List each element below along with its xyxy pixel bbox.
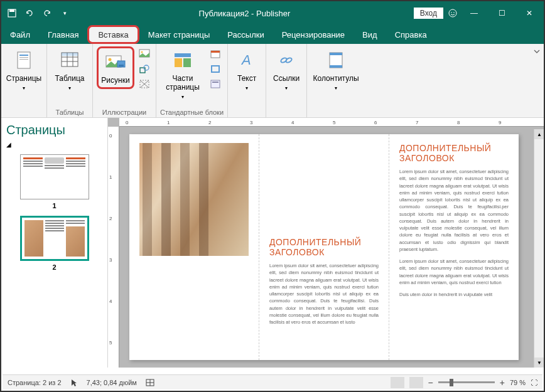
pages-panel: Страницы ◢ 1 2 — [1, 118, 108, 368]
ribbon-tabs: Файл Главная Вставка Макет страницы Расс… — [1, 25, 544, 44]
cursor-icon — [70, 378, 78, 387]
scroll-down-icon[interactable]: ▼ — [534, 358, 544, 368]
thumb-label-1: 1 — [6, 202, 102, 209]
body-3a: Lorem ipsum dolor sit amet, consectetuer… — [399, 168, 509, 253]
table-label: Таблица — [55, 74, 84, 83]
svg-point-4 — [453, 12, 455, 13]
text-icon: A — [235, 49, 258, 72]
blocks-small-buttons — [208, 46, 223, 92]
page-thumbnail-2[interactable]: 2 — [6, 216, 102, 271]
shapes-button[interactable] — [138, 62, 151, 76]
panel-collapse-icon[interactable]: ◢ — [6, 141, 102, 148]
ribbon-group-illustrations: Рисунки Иллюстрации — [93, 44, 156, 117]
canvas-area: 0 1 2 3 4 5 6 7 8 9 0 1 2 3 4 5 — [108, 118, 544, 368]
tab-help[interactable]: Справка — [386, 25, 436, 44]
table-icon — [58, 49, 81, 72]
body-3b: Lorem ipsum dolor sit amet, consectetuer… — [399, 258, 509, 286]
tab-view[interactable]: Вид — [353, 25, 386, 44]
page-column-3: ДОПОЛНИТЕЛЬНЫЙ ЗАГОЛОВОК Lorem ipsum dol… — [389, 134, 519, 360]
page-thumbnail-1[interactable]: 1 — [6, 154, 102, 209]
pages-button[interactable]: Страницы ▾ — [5, 46, 43, 93]
ads-button[interactable] — [208, 77, 222, 91]
quick-access-toolbar: ▾ — [1, 8, 75, 19]
group-label — [5, 115, 43, 116]
ribbon-collapse[interactable] — [530, 44, 544, 117]
page-parts-button[interactable]: Части страницы ▾ — [160, 46, 205, 102]
tab-file[interactable]: Файл — [1, 25, 39, 44]
scroll-up-icon[interactable]: ▲ — [534, 129, 544, 139]
heading-3: ДОПОЛНИТЕЛЬНЫЙ ЗАГОЛОВОК — [399, 143, 509, 163]
vertical-ruler: 0 1 2 3 4 5 — [108, 127, 119, 368]
tab-mailings[interactable]: Рассылки — [219, 25, 272, 44]
page-info: Страница: 2 из 2 — [8, 379, 62, 386]
links-icon — [275, 49, 298, 72]
tab-review[interactable]: Рецензирование — [273, 25, 353, 44]
face-icon[interactable] — [447, 8, 458, 19]
minimize-button[interactable]: — — [462, 4, 486, 23]
svg-rect-6 — [19, 55, 28, 56]
headerfooter-button[interactable]: Колонтитулы ▾ — [311, 46, 361, 93]
maximize-button[interactable]: ☐ — [490, 4, 514, 23]
svg-rect-8 — [19, 59, 28, 60]
svg-rect-14 — [62, 53, 78, 56]
redo-icon[interactable] — [41, 8, 53, 19]
svg-text:A: A — [240, 52, 251, 68]
table-button[interactable]: Таблица ▾ — [51, 46, 89, 93]
links-button[interactable]: Ссылки ▾ — [270, 46, 303, 93]
page: ДОПОЛНИТЕЛЬНЫЙ ЗАГОЛОВОК Lorem ipsum dol… — [129, 134, 519, 360]
view-single-button[interactable] — [391, 377, 404, 388]
qat-customize-icon[interactable]: ▾ — [59, 8, 70, 19]
heading-2: ДОПОЛНИТЕЛЬНЫЙ ЗАГОЛОВОК — [269, 237, 379, 257]
borders-button[interactable] — [208, 62, 222, 76]
undo-icon[interactable] — [24, 8, 35, 19]
zoom-level[interactable]: 79 % — [510, 379, 526, 386]
save-icon[interactable] — [6, 8, 18, 19]
online-pictures-button[interactable] — [138, 47, 151, 61]
page-column-1 — [129, 134, 259, 360]
pages-icon — [13, 49, 35, 72]
links-label: Ссылки — [273, 74, 299, 83]
svg-point-3 — [451, 12, 452, 13]
tab-page-layout[interactable]: Макет страницы — [139, 25, 219, 44]
vertical-scrollbar[interactable]: ▲ ▼ — [534, 129, 544, 368]
group-label-links — [270, 115, 303, 116]
pictures-button[interactable]: Рисунки — [97, 46, 134, 89]
signin-button[interactable]: Вход — [414, 8, 443, 19]
close-button[interactable]: ✕ — [517, 4, 541, 23]
window-title: Публикация2 - Publisher — [75, 9, 414, 18]
calendar-button[interactable] — [208, 47, 222, 61]
ribbon-group-building-blocks: Части страницы ▾ Стандартные блоки — [156, 44, 228, 117]
svg-rect-33 — [212, 82, 219, 83]
group-label-tables: Таблицы — [51, 107, 89, 116]
zoom-slider[interactable] — [438, 381, 495, 383]
tab-home[interactable]: Главная — [39, 25, 87, 44]
zoom-fit-icon[interactable]: ⛶ — [531, 379, 537, 386]
svg-rect-18 — [119, 65, 124, 66]
svg-point-20 — [141, 51, 143, 53]
svg-rect-39 — [330, 65, 342, 68]
page-parts-label: Части страницы — [161, 74, 204, 92]
svg-rect-1 — [9, 9, 14, 12]
title-right-controls: Вход — ☐ ✕ — [414, 4, 544, 23]
document-canvas[interactable]: ДОПОЛНИТЕЛЬНЫЙ ЗАГОЛОВОК Lorem ipsum dol… — [119, 127, 544, 368]
ribbon-group-links: Ссылки ▾ — [266, 44, 307, 117]
svg-point-16 — [109, 58, 112, 61]
title-bar: ▾ Публикация2 - Publisher Вход — ☐ ✕ — [1, 1, 544, 25]
svg-rect-7 — [19, 57, 28, 58]
page-image — [139, 143, 249, 256]
zoom-out-button[interactable]: − — [428, 378, 433, 388]
svg-rect-38 — [330, 53, 342, 55]
tab-insert[interactable]: Вставка — [87, 25, 139, 44]
text-button[interactable]: A Текст ▾ — [232, 46, 262, 93]
pictures-icon — [104, 51, 127, 73]
view-spread-button[interactable] — [409, 377, 423, 388]
ribbon-group-text: A Текст ▾ — [228, 44, 266, 117]
main-area: Страницы ◢ 1 2 0 1 2 3 4 5 6 — [1, 118, 544, 368]
zoom-in-button[interactable]: + — [500, 378, 505, 388]
placeholder-button[interactable] — [138, 77, 151, 91]
coordinates: 7,43; 0,84 дюйм — [87, 379, 137, 386]
headerfooter-icon — [325, 49, 347, 72]
ribbon-group-pages: Страницы ▾ — [1, 44, 47, 117]
svg-rect-28 — [183, 58, 191, 67]
page-parts-icon — [171, 49, 194, 72]
